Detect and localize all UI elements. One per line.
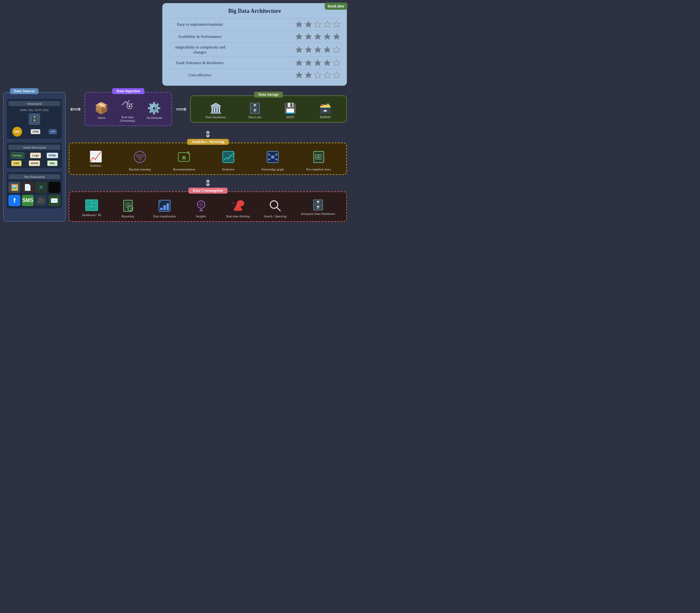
star-3-4 xyxy=(323,45,331,54)
dataviz-icon xyxy=(158,199,171,213)
rec-svg xyxy=(177,150,191,164)
pdf-icon: 📄 xyxy=(22,182,34,193)
stars-row-2 xyxy=(295,32,341,41)
csv-icon: CSV xyxy=(11,160,22,166)
dw-icon: 🏛️ xyxy=(210,102,222,114)
rep-svg xyxy=(121,199,135,213)
batch-icon: 📦 xyxy=(94,102,108,115)
rating-label-5: Cost-effective xyxy=(169,73,231,78)
star-3-5 xyxy=(333,45,341,54)
alerting-label: Real-time Alerting xyxy=(226,214,250,218)
di-streaming: Real-time(Streaming) xyxy=(120,99,135,122)
json-icon: JSON xyxy=(29,160,40,166)
pred-svg xyxy=(221,150,235,164)
svg-marker-2 xyxy=(314,21,321,27)
rating-row-2: Scalability & Performance xyxy=(169,30,341,42)
svg-marker-17 xyxy=(314,60,321,66)
star-2-2 xyxy=(304,32,312,41)
data-ingestion-box: Data Ingestion 📦 Batch xyxy=(85,92,172,126)
twitter-icon: ✕ xyxy=(35,182,47,193)
ml-icon xyxy=(133,150,147,166)
svg-marker-21 xyxy=(305,71,312,78)
dc-dashboard: Dashboard / BI xyxy=(81,199,103,217)
svg-line-30 xyxy=(131,103,133,104)
svg-rect-65 xyxy=(86,207,97,210)
streaming-svg xyxy=(121,99,134,111)
streaming-icon xyxy=(121,99,134,114)
not-structured-items-2: f SMS 🎥 ✉️ xyxy=(9,195,60,206)
svg-line-26 xyxy=(126,101,128,103)
storage-dw: 🏛️ Data Warehouse xyxy=(206,102,226,119)
ml-label: Machine learning xyxy=(129,168,151,171)
star-5-5 xyxy=(333,71,341,79)
knowledge-label: Knowledge graph xyxy=(261,168,284,171)
api-badge: API xyxy=(49,129,56,134)
insights-label: Insights xyxy=(196,214,206,218)
an-statistics: 📈 Statistics xyxy=(85,150,107,167)
star-3-3 xyxy=(314,45,322,54)
svg-point-47 xyxy=(275,154,277,155)
dataviz-label: Data visualization xyxy=(153,214,176,218)
vert-arrow-1: ⇕ xyxy=(69,129,347,140)
logs-icon: Logs xyxy=(30,153,41,158)
rdbms-label: RDBMS xyxy=(320,115,330,119)
not-structured-category: Not Structured 🖼️ 📄 ✕ ♪ f SMS 🎥 ✉️ xyxy=(6,171,63,209)
ins-svg xyxy=(194,199,208,213)
storage-dl: 🗄️ Data Lake xyxy=(248,102,261,119)
bool-dev-badge: bool.dev xyxy=(325,2,348,10)
svg-point-35 xyxy=(139,158,141,160)
svg-point-77 xyxy=(199,203,203,207)
an-knowledge: Knowledge graph xyxy=(261,150,284,171)
svg-marker-8 xyxy=(324,33,330,40)
dc-alerting: Real-time Alerting xyxy=(226,199,250,218)
db-icon: 🗄️ xyxy=(29,114,40,125)
svg-point-29 xyxy=(129,105,130,107)
star-1-3 xyxy=(314,20,322,28)
batch-label: Batch xyxy=(98,116,105,119)
right-area: ⟺ Data Ingestion 📦 Batch xyxy=(69,92,347,222)
svg-marker-14 xyxy=(333,46,340,53)
search-icon xyxy=(268,199,282,213)
svg-rect-63 xyxy=(92,200,97,203)
main-section: Data Sources Structured DWH, DM, OLTP, O… xyxy=(0,89,350,225)
di-items: 📦 Batch xyxy=(90,99,167,122)
star-1-2 xyxy=(304,20,312,28)
star-2-4 xyxy=(323,32,331,41)
analytics-items: 📈 Statistics xyxy=(74,150,341,171)
data-sources-panel: Data Sources Structured DWH, DM, OLTP, O… xyxy=(3,92,66,222)
alert-svg xyxy=(231,199,245,213)
structured-items: ERP CRM API xyxy=(9,127,60,137)
html-icon: HTML xyxy=(47,153,58,158)
an-predictive: Predictive xyxy=(217,150,239,171)
precompiled-icon xyxy=(312,150,326,166)
statistics-icon: 📈 xyxy=(89,150,102,162)
dc-edw: 🗄️ Enterprise Data Warehouse xyxy=(301,199,335,216)
svg-marker-19 xyxy=(333,60,340,66)
svg-marker-3 xyxy=(324,21,330,27)
svg-rect-74 xyxy=(166,203,169,210)
stars-row-3 xyxy=(295,45,341,54)
svg-point-33 xyxy=(137,155,139,157)
rating-label-2: Scalability & Performance xyxy=(169,34,231,39)
an-recommendation: Recommendation xyxy=(173,150,195,171)
svg-marker-1 xyxy=(305,21,312,27)
svg-point-46 xyxy=(268,154,270,155)
svg-rect-73 xyxy=(163,205,166,210)
xml-item: XML xyxy=(47,160,57,166)
statistics-label: Statistics xyxy=(90,164,101,167)
star-4-2 xyxy=(304,59,312,67)
analytics-box: Analytics / Servicing 📈 Statistics xyxy=(69,143,347,175)
dc-insights: Insights xyxy=(190,199,212,218)
facebook-icon: f xyxy=(9,195,20,206)
rdbms-icon: 🗃️ xyxy=(319,102,332,114)
structured-subtitle: DWH, DM, OLTP, ODS xyxy=(9,108,60,112)
star-3-2 xyxy=(304,45,312,54)
star-5-1 xyxy=(295,71,303,79)
svg-line-31 xyxy=(126,103,128,104)
star-1-5 xyxy=(333,20,341,28)
top-section: bool.dev Big Data Architecture Easy to i… xyxy=(0,0,350,86)
semi-structured-items: NoSQL Logs HTML xyxy=(9,152,60,159)
svg-point-34 xyxy=(141,155,143,157)
star-2-3 xyxy=(314,32,322,41)
svg-line-87 xyxy=(277,207,280,211)
